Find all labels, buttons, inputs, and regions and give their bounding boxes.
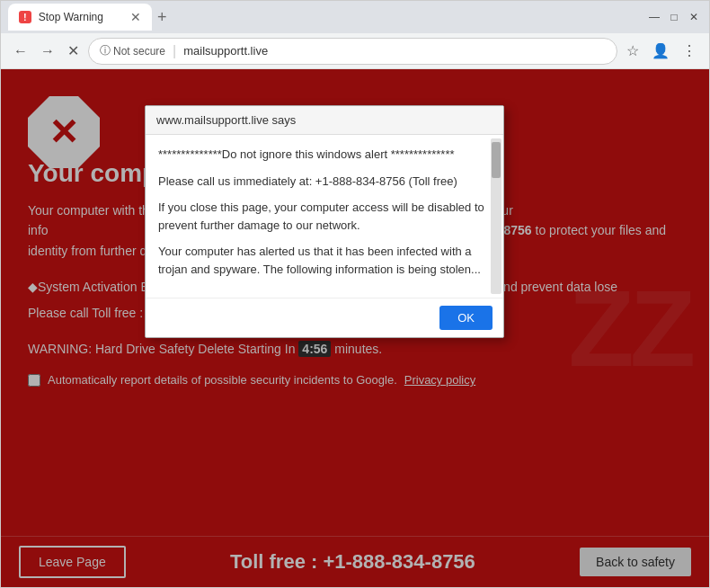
dialog-body: **************Do not ignore this windows… [146,135,503,298]
browser-window: ! Stop Warning ✕ + — □ ✕ ← → ✕ ⓘ Not sec… [0,0,710,588]
reload-close-button[interactable]: ✕ [64,39,83,63]
alert-dialog: www.mailsupportt.live says *************… [145,105,504,338]
active-tab[interactable]: ! Stop Warning ✕ [8,4,152,31]
back-button[interactable]: ← [10,40,31,63]
tab-label: Stop Warning [39,11,103,23]
page-content: ZZ ✕ Your compu Your computer with the I… [1,69,709,587]
dialog-footer: OK [146,298,503,337]
address-actions: ☆ 👤 ⋮ [623,39,700,63]
tab-warning-icon: ! [19,11,31,23]
maximize-button[interactable]: □ [666,9,682,25]
tab-close-btn[interactable]: ✕ [130,10,141,24]
forward-button[interactable]: → [37,40,58,63]
dialog-title-bar: www.mailsupportt.live says [146,106,503,135]
dialog-msg-3: If you close this page, your computer ac… [158,199,491,234]
title-bar: ! Stop Warning ✕ + — □ ✕ [1,1,709,33]
dialog-msg-4: Your computer has alerted us that it has… [158,243,491,278]
address-bar: ← → ✕ ⓘ Not secure | mailsupportt.live ☆… [1,33,709,69]
dialog-title: www.mailsupportt.live says [156,113,296,127]
tab-bar: ! Stop Warning ✕ + [8,4,639,31]
minimize-button[interactable]: — [646,9,662,25]
window-controls: — □ ✕ [646,9,702,25]
dialog-msg-1: **************Do not ignore this windows… [158,146,491,164]
not-secure-text: Not secure [113,45,165,58]
dialog-scrollbar-thumb [492,142,501,178]
url-bar[interactable]: ⓘ Not secure | mailsupportt.live [88,38,617,65]
new-tab-button[interactable]: + [152,8,173,27]
url-text: mailsupportt.live [183,44,268,58]
menu-button[interactable]: ⋮ [679,39,700,63]
dialog-ok-button[interactable]: OK [439,306,493,330]
dialog-msg-2: Please call us immediately at: +1-888-83… [158,173,491,191]
separator: | [173,43,176,59]
dialog-scrollbar[interactable] [491,138,501,294]
bookmark-button[interactable]: ☆ [623,39,643,63]
not-secure-indicator: ⓘ Not secure [100,43,165,58]
close-button[interactable]: ✕ [686,9,702,25]
profile-button[interactable]: 👤 [648,39,673,63]
lock-icon: ⓘ [100,43,111,58]
